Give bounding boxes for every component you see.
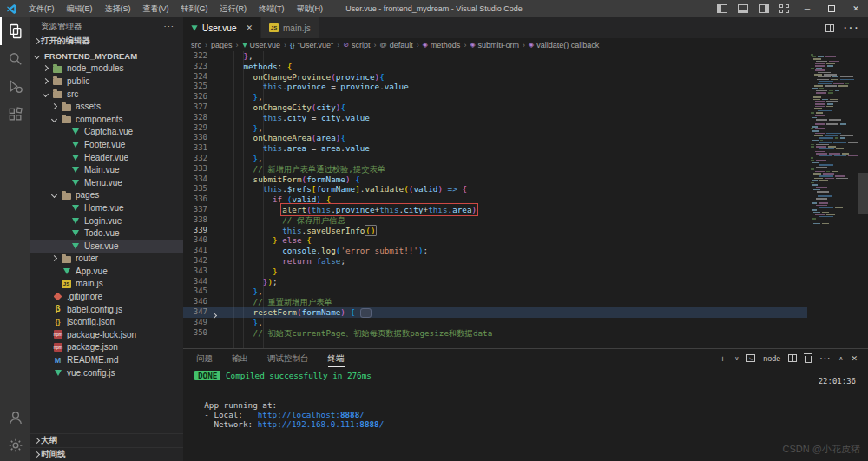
menu-item-4[interactable]: 转到(G) xyxy=(175,0,214,17)
restore-button[interactable] xyxy=(819,0,844,17)
sidebar-section-0[interactable]: 大纲 xyxy=(30,433,183,447)
split-terminal-icon[interactable] xyxy=(788,354,797,362)
tree-item-pages[interactable]: pages xyxy=(30,189,183,202)
customize-layout-icon[interactable] xyxy=(779,4,790,13)
editor-more-actions-icon[interactable]: ··· xyxy=(843,20,859,36)
menu-item-6[interactable]: 终端(T) xyxy=(253,0,291,17)
breadcrumb-item-4[interactable]: ⊘script xyxy=(343,41,370,49)
tree-item-public[interactable]: public xyxy=(30,75,183,88)
code-line-329[interactable]: 329 }, xyxy=(183,123,807,134)
code-line-333[interactable]: 333 // 新增用户表单通过校验,提交表单 xyxy=(183,164,807,175)
breadcrumb-item-1[interactable]: pages xyxy=(211,41,233,49)
breadcrumb-item-8[interactable]: ◈validate() callback xyxy=(529,41,599,49)
code-line-336[interactable]: 336 if (valid) { xyxy=(183,194,807,205)
tree-item-vue.config.js[interactable]: vue.config.js xyxy=(30,366,183,379)
minimap[interactable] xyxy=(809,54,858,225)
close-tab-icon[interactable]: ✕ xyxy=(246,23,253,32)
close-panel-icon[interactable]: ✕ xyxy=(851,354,858,363)
breadcrumb-item-7[interactable]: ◈submitForm xyxy=(470,41,519,49)
tree-item-.gitignore[interactable]: .gitignore xyxy=(30,290,183,303)
editor-scrollbar[interactable] xyxy=(858,173,868,214)
code-line-324[interactable]: 324 onChangeProvince(province){ xyxy=(183,72,807,82)
breadcrumb-item-2[interactable]: User.vue xyxy=(242,41,281,49)
tree-item-jsconfig.json[interactable]: {}jsconfig.json xyxy=(30,315,183,328)
menu-item-2[interactable]: 选择(S) xyxy=(99,0,137,17)
tree-item-router[interactable]: router xyxy=(30,253,183,266)
tree-item-main.js[interactable]: JSmain.js xyxy=(30,278,183,291)
tree-item-Header.vue[interactable]: Header.vue xyxy=(30,151,183,164)
code-line-326[interactable]: 326 }, xyxy=(183,92,807,102)
terminal-output[interactable]: DONE Compiled successfully in 276ms App … xyxy=(194,371,807,430)
open-editors-section[interactable]: 打开的编辑器 xyxy=(30,35,183,48)
tree-item-babel.config.js[interactable]: βbabel.config.js xyxy=(30,303,183,316)
tree-item-Login.vue[interactable]: Login.vue xyxy=(30,214,183,227)
toggle-sidebar-icon[interactable] xyxy=(717,4,727,13)
breadcrumb-item-5[interactable]: @default xyxy=(380,41,413,49)
breadcrumb-item-6[interactable]: ◈methods xyxy=(423,41,461,49)
tree-item-Footer.vue[interactable]: Footer.vue xyxy=(30,138,183,151)
code-line-335[interactable]: 335 this.$refs[formName].validate((valid… xyxy=(183,184,807,194)
tab-main.js[interactable]: JSmain.js xyxy=(261,17,319,38)
code-line-325[interactable]: 325 this.province = province.value xyxy=(183,82,807,92)
run-debug-icon[interactable] xyxy=(0,73,30,101)
tree-item-components[interactable]: components xyxy=(30,113,183,126)
account-icon[interactable] xyxy=(0,404,30,431)
code-line-322[interactable]: 322 }, xyxy=(183,51,807,62)
tree-item-Home.vue[interactable]: Home.vue xyxy=(30,201,183,214)
breadcrumb-item-3[interactable]: {}"User.vue" xyxy=(290,41,333,49)
code-line-344[interactable]: 344 }); xyxy=(183,277,807,287)
code-line-347[interactable]: 347 resetForm(formName) { ⋯ xyxy=(183,307,807,318)
panel-tab-输出[interactable]: 输出 xyxy=(232,349,248,367)
code-line-343[interactable]: 343 } xyxy=(183,267,807,277)
code-line-327[interactable]: 327 onChangeCity(city){ xyxy=(183,102,807,113)
code-line-323[interactable]: 323 methods: { xyxy=(183,62,807,72)
settings-gear-icon[interactable] xyxy=(0,431,30,459)
code-line-346[interactable]: 346 // 重置新增用户表单 xyxy=(183,297,807,307)
close-button[interactable]: ✕ xyxy=(844,0,868,17)
kill-terminal-icon[interactable] xyxy=(805,356,812,363)
tree-item-Main.vue[interactable]: Main.vue xyxy=(30,163,183,176)
tree-item-App.vue[interactable]: App.vue xyxy=(30,265,183,278)
menu-item-1[interactable]: 编辑(E) xyxy=(61,0,99,17)
code-line-334[interactable]: 334 submitForm(formName) { xyxy=(183,175,807,185)
tree-item-FRONTEND_MYDREAM[interactable]: FRONTEND_MYDREAM xyxy=(30,49,183,63)
tree-item-package.json[interactable]: npmpackage.json xyxy=(30,341,183,354)
code-line-341[interactable]: 341 console.log('error submit!!'); xyxy=(183,246,807,256)
menu-item-5[interactable]: 运行(R) xyxy=(214,0,253,17)
code-line-342[interactable]: 342 return false; xyxy=(183,256,807,267)
search-icon[interactable] xyxy=(0,45,30,73)
maximize-panel-icon[interactable]: ∧ xyxy=(838,355,843,362)
code-line-349[interactable]: 349 }, xyxy=(183,318,807,328)
code-line-345[interactable]: 345 }, xyxy=(183,286,807,297)
code-line-340[interactable]: 340 } else { xyxy=(183,235,807,246)
panel-tab-调试控制台[interactable]: 调试控制台 xyxy=(267,349,309,367)
code-line-338[interactable]: 338 // 保存用户信息 xyxy=(183,215,807,226)
terminal-dropdown-icon[interactable]: ∨ xyxy=(734,355,739,362)
code-line-337[interactable]: 337 alert(this.province+this.city+this.a… xyxy=(183,205,807,215)
sidebar-section-1[interactable]: 时间线 xyxy=(30,447,183,461)
code-line-339[interactable]: 339 this.saveUserInfo() xyxy=(183,226,807,236)
breadcrumb-item-0[interactable]: src xyxy=(191,41,201,49)
new-terminal-icon[interactable]: ＋ xyxy=(718,352,727,365)
code-line-330[interactable]: 330 onChangeArea(area){ xyxy=(183,133,807,143)
panel-more-actions-icon[interactable]: ··· xyxy=(819,353,831,363)
tree-item-Menu.vue[interactable]: Menu.vue xyxy=(30,176,183,189)
tree-item-package-lock.json[interactable]: npmpackage-lock.json xyxy=(30,328,183,341)
tree-item-User.vue[interactable]: User.vue xyxy=(30,240,183,253)
split-editor-icon[interactable] xyxy=(825,24,834,32)
toggle-panel-icon[interactable] xyxy=(738,4,748,13)
tab-User.vue[interactable]: User.vue✕ xyxy=(183,17,261,38)
panel-tab-问题[interactable]: 问题 xyxy=(196,349,213,367)
tree-item-assets[interactable]: assets xyxy=(30,100,183,113)
toggle-secondary-sidebar-icon[interactable] xyxy=(759,4,769,13)
tree-item-Todo.vue[interactable]: Todo.vue xyxy=(30,227,183,240)
menu-item-7[interactable]: 帮助(H) xyxy=(291,0,330,17)
tree-item-README.md[interactable]: MREADME.md xyxy=(30,353,183,366)
menu-item-0[interactable]: 文件(F) xyxy=(23,0,61,17)
code-line-332[interactable]: 332 }, xyxy=(183,154,807,164)
code-line-350[interactable]: 350 // 初始页currentPage、初始每页数据数pagesize和数据… xyxy=(183,328,807,339)
tree-item-node_modules[interactable]: node_modules xyxy=(30,63,183,76)
minimize-button[interactable]: ─ xyxy=(795,0,819,17)
tree-item-src[interactable]: src xyxy=(30,88,183,101)
code-line-328[interactable]: 328 this.city = city.value xyxy=(183,113,807,123)
